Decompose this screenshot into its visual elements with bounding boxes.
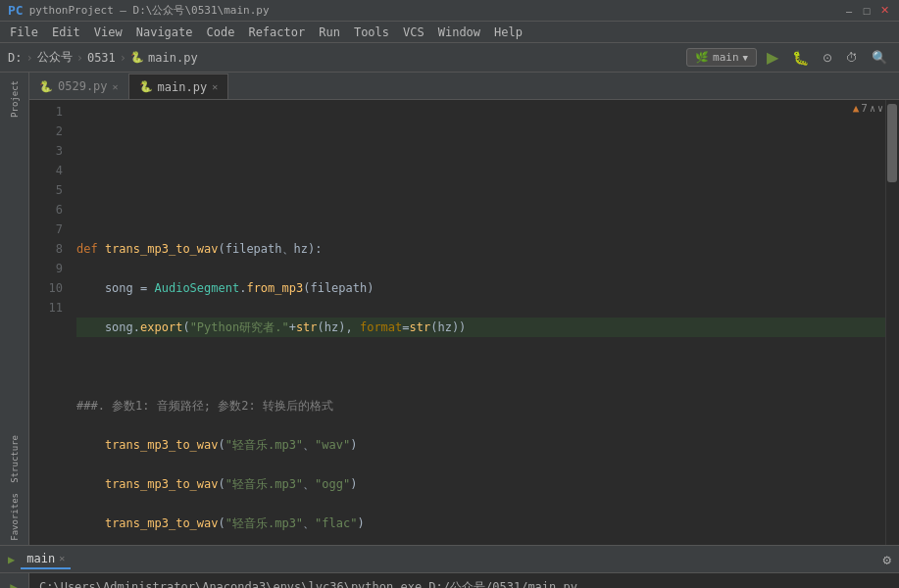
menu-navigate[interactable]: Navigate [130, 24, 199, 41]
app-icon: PC [8, 3, 24, 18]
main-layout: Project Structure Favorites 🐍 0529.py ✕ … [0, 73, 899, 545]
tab-main-close[interactable]: ✕ [212, 81, 218, 92]
code-line-10: trans_mp3_to_wav("轻音乐.mp3"、"ogg") [76, 474, 885, 494]
menu-file[interactable]: File [4, 24, 44, 41]
code-line-7 [76, 357, 885, 376]
minimap [885, 100, 899, 545]
line-numbers: 1 2 3 4 5 6 7 8 9 10 11 [29, 100, 69, 545]
run-tab-left: ▶ main ✕ [8, 550, 71, 569]
profile-button[interactable]: ⏱ [842, 49, 862, 67]
tab-main-icon: 🐍 [139, 80, 153, 93]
run-tab-icon: ▶ [8, 553, 15, 566]
menu-help[interactable]: Help [488, 24, 528, 41]
run-panel-body: ▶ ▲ ▼ ⚙ ≡ ⟲ 🗑 C:\Users\Administrator\Ana… [0, 573, 899, 588]
menu-vcs[interactable]: VCS [397, 24, 430, 41]
tab-0529-icon: 🐍 [39, 80, 53, 93]
breadcrumb-d[interactable]: D: [8, 51, 22, 65]
code-line-6: song.export("Python研究者."+str(hz), format… [76, 318, 885, 337]
run-tab-bar: ▶ main ✕ ⚙ [0, 546, 899, 573]
breadcrumb-sep2: › [76, 51, 83, 65]
search-button[interactable]: 🔍 [868, 48, 891, 67]
run-output[interactable]: C:\Users\Administrator\Anaconda3\envs\ly… [29, 573, 899, 588]
left-sidebar: Project Structure Favorites [0, 73, 29, 545]
run-left-icons: ▶ ▲ ▼ ⚙ ≡ ⟲ 🗑 [0, 573, 29, 588]
menu-code[interactable]: Code [201, 24, 241, 41]
breadcrumb-file-icon: 🐍 [130, 51, 144, 64]
code-line-9: trans_mp3_to_wav("轻音乐.mp3"、"wav") [76, 435, 885, 455]
tab-main[interactable]: 🐍 main.py ✕ [129, 74, 229, 99]
run-tab-close[interactable]: ✕ [59, 553, 65, 564]
warning-badge[interactable]: ▲ 7 ∧ ∨ [853, 102, 883, 115]
title-bar: PC pythonProject – D:\公众号\0531\main.py –… [0, 0, 899, 22]
code-line-2 [76, 161, 885, 180]
warning-count: 7 [861, 102, 868, 115]
run-tab-label: main [26, 552, 55, 565]
title-bar-controls: – □ ✕ [842, 4, 891, 18]
code-line-1 [76, 122, 885, 141]
title-bar-left: PC pythonProject – D:\公众号\0531\main.py [8, 3, 270, 18]
branch-name: main [713, 51, 739, 64]
breadcrumb-sep1: › [25, 51, 32, 65]
branch-icon: 🌿 [695, 51, 709, 64]
warning-triangle-icon: ▲ [853, 102, 860, 115]
debug-button[interactable]: 🐛 [788, 48, 813, 68]
breadcrumb-sep3: › [120, 51, 126, 65]
code-line-4: def trans_mp3_to_wav(filepath、hz): [76, 239, 885, 259]
close-button[interactable]: ✕ [877, 4, 891, 18]
tab-0529[interactable]: 🐍 0529.py ✕ [29, 74, 129, 99]
sidebar-structure-icon[interactable]: Structure [8, 431, 22, 487]
code-line-3 [76, 200, 885, 220]
menu-edit[interactable]: Edit [46, 24, 86, 41]
menu-window[interactable]: Window [432, 24, 486, 41]
code-line-11: trans_mp3_to_wav("轻音乐.mp3"、"flac") [76, 514, 885, 533]
breadcrumb-file[interactable]: main.py [148, 51, 198, 65]
run-tab-main[interactable]: main ✕ [21, 550, 71, 569]
menu-tools[interactable]: Tools [348, 24, 395, 41]
run-button[interactable]: ▶ [763, 46, 782, 69]
branch-selector[interactable]: 🌿 main ▼ [686, 48, 757, 67]
toolbar-right: 🌿 main ▼ ▶ 🐛 ⊙ ⏱ 🔍 [686, 46, 891, 69]
run-panel: ▶ main ✕ ⚙ ▶ ▲ ▼ ⚙ ≡ ⟲ 🗑 C:\Users\Admini… [0, 545, 899, 588]
menu-bar: File Edit View Navigate Code Refactor Ru… [0, 22, 899, 43]
menu-run[interactable]: Run [313, 24, 346, 41]
code-editor[interactable]: 1 2 3 4 5 6 7 8 9 10 11 def trans_mp3_to… [29, 100, 899, 545]
breadcrumb: D: › 公众号 › 0531 › 🐍 main.py [8, 49, 198, 66]
tab-main-label: main.py [158, 80, 208, 94]
run-command-line: C:\Users\Administrator\Anaconda3\envs\ly… [39, 577, 889, 588]
run-play-icon[interactable]: ▶ [4, 577, 25, 588]
breadcrumb-wx[interactable]: 公众号 [37, 49, 73, 66]
toolbar: D: › 公众号 › 0531 › 🐍 main.py 🌿 main ▼ ▶ 🐛… [0, 43, 899, 73]
warning-chevron-down[interactable]: ∨ [877, 103, 883, 114]
maximize-button[interactable]: □ [860, 4, 874, 18]
code-line-5: song = AudioSegment.from_mp3(filepath) [76, 278, 885, 298]
sidebar-favorites-icon[interactable]: Favorites [8, 489, 22, 545]
run-settings-icon[interactable]: ⚙ [883, 552, 891, 567]
menu-refactor[interactable]: Refactor [242, 24, 311, 41]
code-content[interactable]: def trans_mp3_to_wav(filepath、hz): song … [69, 100, 885, 545]
tab-bar: 🐍 0529.py ✕ 🐍 main.py ✕ [29, 73, 899, 100]
scroll-indicator[interactable] [887, 104, 897, 182]
sidebar-project-icon[interactable]: Project [8, 76, 22, 122]
tab-0529-label: 0529.py [58, 79, 108, 93]
branch-dropdown-icon: ▼ [743, 53, 748, 63]
menu-view[interactable]: View [88, 24, 128, 41]
editor-area: 🐍 0529.py ✕ 🐍 main.py ✕ 1 2 3 4 5 6 7 8 … [29, 73, 899, 545]
minimize-button[interactable]: – [842, 4, 856, 18]
title-bar-title: pythonProject – D:\公众号\0531\main.py [29, 3, 270, 18]
code-line-8: ###. 参数1: 音频路径; 参数2: 转换后的格式 [76, 396, 885, 416]
tab-0529-close[interactable]: ✕ [113, 81, 119, 92]
coverage-button[interactable]: ⊙ [819, 49, 836, 67]
warning-chevron-up[interactable]: ∧ [870, 103, 875, 114]
breadcrumb-0531[interactable]: 0531 [87, 51, 116, 65]
